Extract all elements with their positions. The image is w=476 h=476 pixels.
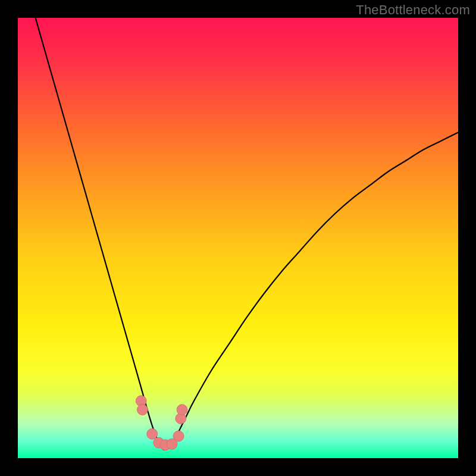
marker-point xyxy=(137,405,148,415)
marker-point xyxy=(173,431,184,441)
outer-frame: TheBottleneck.com xyxy=(0,0,476,476)
marker-point xyxy=(147,428,158,439)
curve-minimum-markers xyxy=(136,396,187,450)
plot-svg xyxy=(18,18,458,458)
watermark-label: TheBottleneck.com xyxy=(356,2,470,18)
marker-point xyxy=(177,405,187,415)
plot-area xyxy=(18,18,458,458)
bottleneck-curve xyxy=(36,18,458,450)
